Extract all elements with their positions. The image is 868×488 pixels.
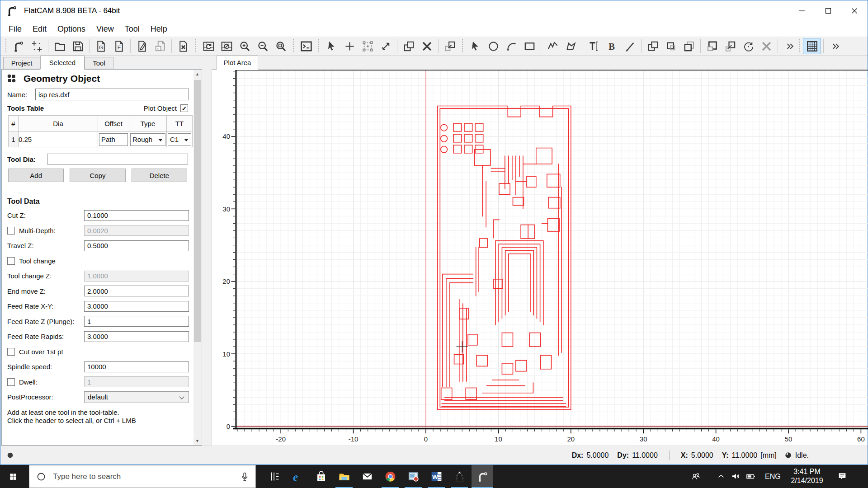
tool-change-checkbox[interactable] [7,257,15,265]
tab-tool[interactable]: Tool [85,57,113,69]
tray-chevron-up-icon[interactable] [716,471,726,481]
geo-copy-button[interactable] [721,38,739,54]
cell-tool-dia[interactable]: 0.25 [19,132,98,147]
grid-snap-button[interactable] [803,38,821,54]
scroll-up-icon[interactable]: ▲ [193,70,201,78]
scrollbar-thumb[interactable] [194,80,201,342]
tab-project[interactable]: Project [3,57,40,69]
set-origin-button[interactable] [28,38,46,54]
zoom-out-button[interactable] [254,38,272,54]
column-header-type[interactable]: Type [129,116,167,132]
multi-depth-checkbox[interactable] [7,227,15,235]
delete-tool-button[interactable]: Delete [132,169,187,182]
toolbar-handle[interactable] [5,39,7,53]
drill-move-button[interactable] [441,38,459,54]
name-input[interactable] [35,89,189,100]
taskbar-app-inkscape[interactable] [448,465,470,488]
replot-button[interactable] [199,38,217,54]
tool-change-z-input[interactable] [84,271,189,282]
offset-editor[interactable]: Path [99,133,128,146]
save-button[interactable] [69,38,87,54]
taskbar-app-edge[interactable]: e [287,465,309,488]
overflow-2-button[interactable] [826,38,844,54]
geo-union-button[interactable] [644,38,662,54]
clear-plot-button[interactable] [217,38,236,54]
geo-rectangle-button[interactable] [520,38,538,54]
column-header-offset[interactable]: Offset [98,116,129,132]
minimize-button[interactable] [789,0,815,21]
microphone-icon[interactable] [239,471,250,482]
type-combo[interactable]: Rough [130,133,165,146]
maximize-button[interactable] [815,0,841,21]
geo-select-button[interactable] [466,38,484,54]
taskbar-app-task-view[interactable] [264,465,286,488]
feed-rate-rapids-input[interactable] [84,331,189,342]
geo-polygon-button[interactable] [561,38,580,54]
overflow-button[interactable] [780,38,798,54]
toolbar-handle[interactable] [462,39,463,53]
geo-intersect-button[interactable] [662,38,680,54]
taskbar-app-chrome[interactable] [379,465,401,488]
tab-selected[interactable]: Selected [40,56,85,70]
scroll-down-icon[interactable]: ▼ [193,437,201,445]
geo-circle-button[interactable] [484,38,502,54]
save-object-button[interactable]: s [151,38,169,54]
menu-edit[interactable]: Edit [27,21,52,37]
open-fol-button[interactable] [51,38,69,54]
geo-buffer-button[interactable]: B [603,38,621,54]
flatcam-new-button[interactable] [9,38,28,54]
action-center-icon[interactable] [837,471,847,481]
zoom-in-button[interactable] [236,38,254,54]
edit-object-button[interactable] [133,38,151,54]
drill-select-button[interactable] [322,38,340,54]
feed-rate-xy-input[interactable] [84,301,189,312]
volume-icon[interactable] [731,471,741,481]
toolbar-handle[interactable] [292,39,294,53]
geo-text-button[interactable] [585,38,603,54]
taskbar-app-flatcam[interactable] [472,465,493,488]
drill-delete-button[interactable] [418,38,436,54]
taskbar-app-file-explorer[interactable] [333,465,355,488]
close-button[interactable] [841,0,868,21]
geo-delete-button[interactable] [757,38,775,54]
tt-combo[interactable]: C1 [168,133,191,146]
menu-file[interactable]: File [3,21,27,37]
battery-icon[interactable] [746,471,756,481]
language-indicator[interactable]: ENG [765,465,781,488]
menu-options[interactable]: Options [52,21,91,37]
end-move-z-input[interactable] [84,286,189,296]
start-button[interactable] [0,465,26,488]
cut-z-input[interactable] [84,210,189,221]
dwell-checkbox[interactable] [7,378,15,386]
column-header-tt[interactable]: TT [167,116,193,132]
toolbar-handle[interactable] [798,39,800,53]
panel-scrollbar[interactable]: ▲ ▼ [193,70,201,445]
command-line-button[interactable] [297,38,315,54]
drill-add-button[interactable] [340,38,359,54]
copy-tool-button[interactable]: Copy [70,169,125,182]
plot-object-checkbox[interactable] [180,104,188,112]
postprocessor-select[interactable]: default [84,391,189,403]
open-gerber-button[interactable]: G [92,38,110,54]
dwell-input[interactable] [84,376,189,387]
zoom-fit-button[interactable] [272,38,290,54]
open-excellon-button[interactable]: E [110,38,128,54]
menu-tool[interactable]: Tool [119,21,145,37]
taskbar-search[interactable]: Type here to search [29,465,256,488]
geo-rotate-button[interactable] [739,38,757,54]
menu-view[interactable]: View [91,21,119,37]
multi-depth-input[interactable] [84,225,189,236]
people-icon[interactable] [691,471,701,481]
spindle-speed-input[interactable] [84,361,189,372]
clock[interactable]: 3:41 PM 2/14/2019 [785,467,829,485]
menu-help[interactable]: Help [145,21,173,37]
cut-over-1st-pt-checkbox[interactable] [7,348,15,356]
add-tool-button[interactable]: Add [8,169,64,182]
geo-polyline-button[interactable] [543,38,561,54]
plot-canvas[interactable]: -20-100102030405060010203040 [212,70,868,447]
taskbar-app-screenshot-tool[interactable] [402,465,424,488]
taskbar-app-store[interactable] [310,465,332,488]
cell-tool-number[interactable]: 1 [9,132,19,147]
toolbar-handle[interactable] [195,39,197,53]
geo-paint-button[interactable] [621,38,639,54]
